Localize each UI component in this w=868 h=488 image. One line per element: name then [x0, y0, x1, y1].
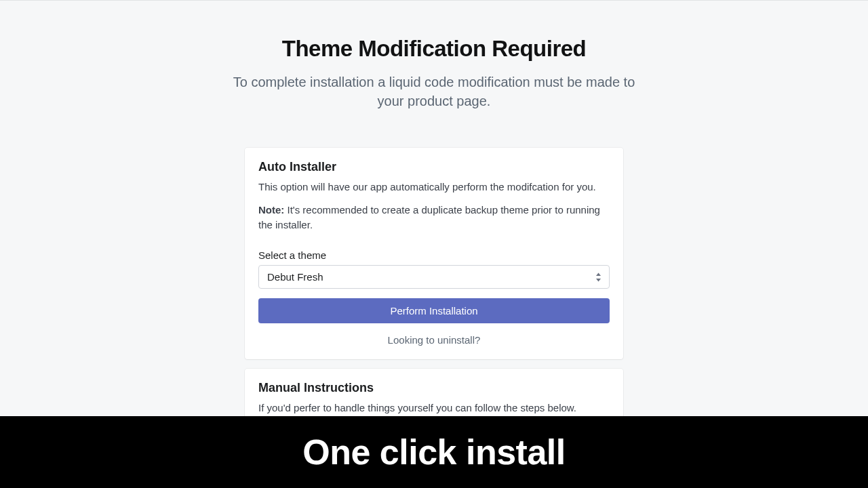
auto-installer-card: Auto Installer This option will have our…	[245, 148, 623, 359]
banner-text: One click install	[302, 432, 565, 472]
note-label: Note:	[258, 204, 284, 216]
theme-select[interactable]: Debut Fresh	[258, 265, 610, 289]
auto-installer-description: This option will have our app automatica…	[258, 180, 610, 195]
page-title: Theme Modification Required	[282, 36, 587, 62]
auto-installer-title: Auto Installer	[258, 160, 610, 174]
select-theme-label: Select a theme	[258, 249, 610, 261]
perform-installation-button[interactable]: Perform Installation	[258, 298, 610, 323]
uninstall-link[interactable]: Looking to uninstall?	[258, 334, 610, 346]
note-text: It's recommended to create a duplicate b…	[258, 204, 600, 230]
auto-installer-note: Note: It's recommended to create a dupli…	[258, 203, 610, 232]
promo-banner: One click install	[0, 416, 868, 488]
manual-description: If you'd perfer to handle things yoursel…	[258, 401, 610, 415]
page-subtitle: To complete installation a liquid code m…	[224, 73, 644, 110]
theme-select-wrap: Debut Fresh	[258, 265, 610, 289]
manual-title: Manual Instructions	[258, 381, 610, 395]
